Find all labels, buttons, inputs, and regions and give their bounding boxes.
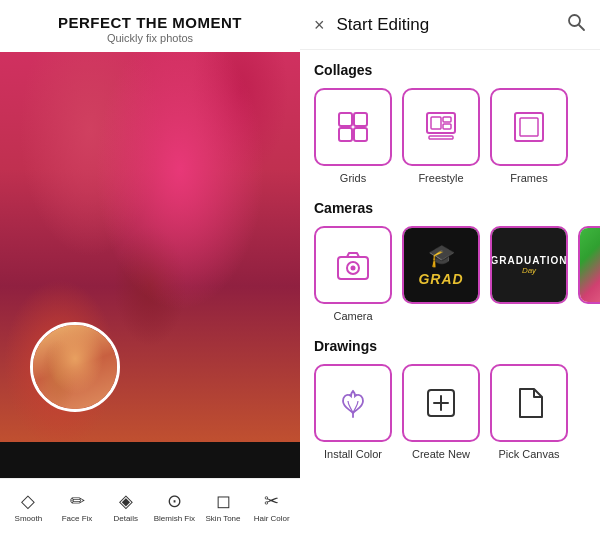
freestyle-item: Freestyle xyxy=(402,88,480,184)
frames-icon xyxy=(511,109,547,145)
frames-label: Frames xyxy=(510,172,547,184)
svg-line-1 xyxy=(579,25,584,30)
grad-button[interactable]: 🎓 GRAD xyxy=(402,226,480,304)
svg-rect-2 xyxy=(339,113,352,126)
toolbar-skin-tone[interactable]: ◻ Skin Tone xyxy=(199,490,248,523)
blemish-fix-icon: ⊙ xyxy=(167,490,182,512)
search-icon xyxy=(566,12,586,32)
left-panel: PERFECT THE MOMENT Quickly fix photos ◇ … xyxy=(0,0,300,533)
page-subtitle: Quickly fix photos xyxy=(10,32,290,44)
svg-rect-9 xyxy=(443,124,451,129)
svg-rect-5 xyxy=(354,128,367,141)
smooth-icon: ◇ xyxy=(21,490,35,512)
grad-item: 🎓 GRAD xyxy=(402,226,480,322)
create-new-button[interactable] xyxy=(402,364,480,442)
svg-point-15 xyxy=(351,266,356,271)
bottom-toolbar: ◇ Smooth ✏ Face Fix ◈ Details ⊙ Blemish … xyxy=(0,478,300,533)
graduation-day-item: GRADUATION Day xyxy=(490,226,568,322)
collages-section: Collages Grids xyxy=(314,62,586,184)
avatar-inner xyxy=(33,325,117,409)
svg-rect-8 xyxy=(443,117,451,122)
collages-row: Grids Freestyle xyxy=(314,88,586,184)
freestyle-button[interactable] xyxy=(402,88,480,166)
graduation-text1: GRADUATION xyxy=(490,255,567,266)
pick-canvas-button[interactable] xyxy=(490,364,568,442)
svg-rect-11 xyxy=(515,113,543,141)
camera-label: Camera xyxy=(333,310,372,322)
panel-title: Start Editing xyxy=(337,15,554,35)
create-new-item: Create New xyxy=(402,364,480,460)
freestyle-icon xyxy=(423,109,459,145)
pick-canvas-item: Pick Canvas xyxy=(490,364,568,460)
plus-square-icon xyxy=(423,385,459,421)
cameras-title: Cameras xyxy=(314,200,586,216)
graduation-day-button[interactable]: GRADUATION Day xyxy=(490,226,568,304)
toolbar-details[interactable]: ◈ Details xyxy=(101,490,150,523)
toolbar-blemish-fix[interactable]: ⊙ Blemish Fix xyxy=(150,490,199,523)
install-color-item: Install Color xyxy=(314,364,392,460)
svg-rect-4 xyxy=(339,128,352,141)
skin-tone-label: Skin Tone xyxy=(206,514,241,523)
blemish-fix-label: Blemish Fix xyxy=(154,514,195,523)
grad-day-thumb: GRADUATION Day xyxy=(492,228,566,302)
left-header: PERFECT THE MOMENT Quickly fix photos xyxy=(0,0,300,52)
camera-button[interactable] xyxy=(314,226,392,304)
right-content: Collages Grids xyxy=(300,50,600,488)
flower-thumb xyxy=(580,226,600,304)
grids-icon xyxy=(335,109,371,145)
skin-tone-icon: ◻ xyxy=(216,490,231,512)
freestyle-label: Freestyle xyxy=(418,172,463,184)
face-fix-icon: ✏ xyxy=(70,490,85,512)
lotus-icon xyxy=(335,385,371,421)
grids-item: Grids xyxy=(314,88,392,184)
cameras-row: Camera 🎓 GRAD GRADUA xyxy=(314,226,586,322)
grad-text: GRAD xyxy=(418,271,463,287)
hair-color-label: Hair Color xyxy=(254,514,290,523)
svg-rect-10 xyxy=(429,136,453,139)
toolbar-smooth[interactable]: ◇ Smooth xyxy=(4,490,53,523)
photo-area xyxy=(0,52,300,442)
svg-rect-12 xyxy=(520,118,538,136)
right-panel: × Start Editing Collages xyxy=(300,0,600,533)
page-title: PERFECT THE MOMENT xyxy=(10,14,290,31)
avatar xyxy=(30,322,120,412)
svg-point-0 xyxy=(569,15,580,26)
right-header: × Start Editing xyxy=(300,0,600,50)
search-button[interactable] xyxy=(566,12,586,37)
svg-rect-7 xyxy=(431,117,441,129)
toolbar-face-fix[interactable]: ✏ Face Fix xyxy=(53,490,102,523)
drawings-title: Drawings xyxy=(314,338,586,354)
face-fix-label: Face Fix xyxy=(62,514,93,523)
collages-title: Collages xyxy=(314,62,586,78)
grids-button[interactable] xyxy=(314,88,392,166)
grids-label: Grids xyxy=(340,172,366,184)
flower-button[interactable] xyxy=(578,226,600,304)
smooth-label: Smooth xyxy=(15,514,43,523)
grad-hat-icon: 🎓 xyxy=(428,243,455,269)
details-icon: ◈ xyxy=(119,490,133,512)
toolbar-hair-color[interactable]: ✂ Hair Color xyxy=(247,490,296,523)
install-color-label: Install Color xyxy=(324,448,382,460)
canvas-icon xyxy=(511,385,547,421)
svg-rect-3 xyxy=(354,113,367,126)
frames-item: Frames xyxy=(490,88,568,184)
details-label: Details xyxy=(113,514,137,523)
camera-item: Camera xyxy=(314,226,392,322)
frames-button[interactable] xyxy=(490,88,568,166)
create-new-label: Create New xyxy=(412,448,470,460)
camera-icon xyxy=(335,247,371,283)
cameras-section: Cameras Camera xyxy=(314,200,586,322)
grad-thumb: 🎓 GRAD xyxy=(404,228,478,302)
drawings-row: Install Color Create New xyxy=(314,364,586,460)
pick-canvas-label: Pick Canvas xyxy=(498,448,559,460)
close-button[interactable]: × xyxy=(314,16,325,34)
hair-color-icon: ✂ xyxy=(264,490,279,512)
install-color-button[interactable] xyxy=(314,364,392,442)
drawings-section: Drawings Install Color xyxy=(314,338,586,460)
flower-item xyxy=(578,226,600,322)
graduation-text2: Day xyxy=(522,266,536,275)
